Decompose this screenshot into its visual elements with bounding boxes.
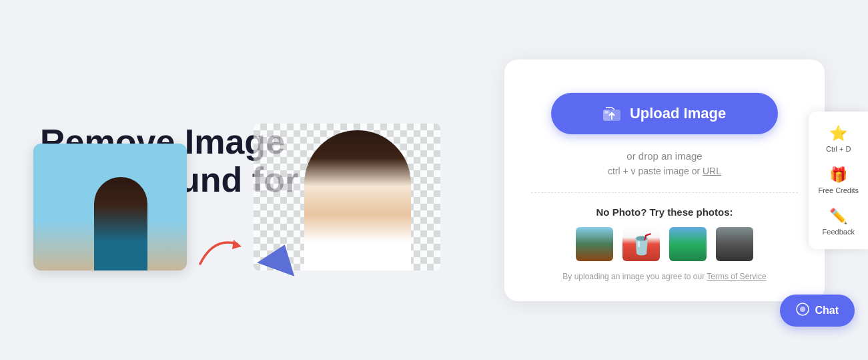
svg-marker-0 <box>232 240 242 249</box>
thumb-drink-bg: 🥤 <box>622 227 660 261</box>
upload-image-button[interactable]: Upload Image <box>551 93 778 134</box>
woman-silhouette-before <box>33 144 187 271</box>
before-image <box>33 144 187 271</box>
arrow-icon <box>193 230 247 271</box>
sidebar-feedback-label: Feedback <box>823 228 855 236</box>
woman-silhouette-after <box>304 130 411 271</box>
after-image <box>254 124 440 271</box>
chat-button[interactable]: Chat <box>780 295 855 327</box>
left-section: Remove Image Background for Free 100% au… <box>40 116 474 244</box>
sidebar-feedback-button[interactable]: ✏️ Feedback <box>819 202 859 241</box>
tos-text: By uploading an image you agree to our T… <box>562 272 766 281</box>
tos-link[interactable]: Terms of Service <box>707 272 766 281</box>
paste-label: ctrl + v paste image or <box>608 166 700 176</box>
right-section: Upload Image or drop an image ctrl + v p… <box>501 59 828 301</box>
upload-button-label: Upload Image <box>630 105 726 122</box>
svg-rect-3 <box>604 111 608 114</box>
sample-title: No Photo? Try these photos: <box>596 206 733 218</box>
sidebar-bookmark-button[interactable]: ⭐ Ctrl + D <box>819 120 859 158</box>
section-divider <box>531 192 798 193</box>
sample-images-row: 🥤 <box>574 226 755 262</box>
chat-icon <box>796 303 809 319</box>
thumb-car-bg <box>716 227 753 261</box>
sample-thumb-1[interactable] <box>574 226 614 262</box>
sample-section: No Photo? Try these photos: 🥤 <box>531 206 798 281</box>
upload-card: Upload Image or drop an image ctrl + v p… <box>504 59 825 301</box>
sidebar-bookmark-label: Ctrl + D <box>826 145 851 153</box>
paste-text: ctrl + v paste image or URL <box>608 166 721 176</box>
thumb-nature-bg <box>669 227 707 261</box>
sidebar-floating: ⭐ Ctrl + D 🎁 Free Credits ✏️ Feedback <box>809 112 868 249</box>
star-icon: ⭐ <box>829 125 847 142</box>
before-after-images <box>33 124 440 271</box>
before-image-inner <box>33 144 187 271</box>
sidebar-credits-button[interactable]: 🎁 Free Credits <box>814 161 863 200</box>
url-link[interactable]: URL <box>703 166 721 176</box>
gift-icon: 🎁 <box>829 166 847 184</box>
tos-prefix: By uploading an image you agree to our <box>562 272 705 281</box>
thumb-person-bg <box>576 227 613 261</box>
main-container: Remove Image Background for Free 100% au… <box>0 0 868 360</box>
chat-label: Chat <box>815 305 839 317</box>
sample-thumb-3[interactable] <box>668 226 708 262</box>
upload-icon <box>603 106 620 121</box>
arrow-container <box>187 230 254 271</box>
sidebar-credits-label: Free Credits <box>818 186 859 194</box>
svg-point-6 <box>800 307 805 312</box>
sample-thumb-4[interactable] <box>715 226 755 262</box>
drop-text: or drop an image <box>626 150 702 162</box>
sample-thumb-2[interactable]: 🥤 <box>621 226 661 262</box>
pencil-icon: ✏️ <box>829 208 847 225</box>
